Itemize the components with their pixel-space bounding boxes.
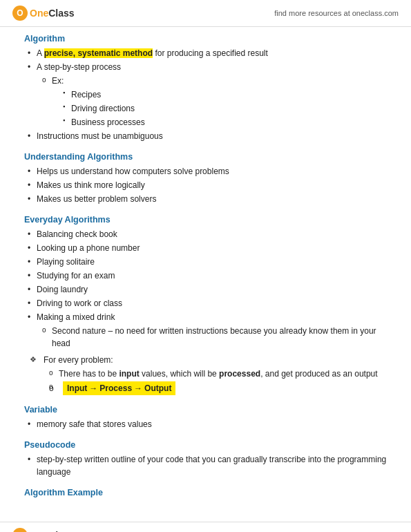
section-algorithm: Algorithm A precise, systematic method f…	[24, 34, 387, 142]
sub-list-item: Second nature – no need for written inst…	[37, 325, 387, 350]
processed-text: processed	[219, 369, 260, 379]
footer: O OneClass find more resources at onecla…	[0, 522, 411, 532]
list-item: Makes us think more logically	[24, 179, 387, 191]
list-item: Driving to work or class	[24, 297, 387, 310]
sub-sub-list-item: Recipes	[52, 88, 387, 101]
section-pseudocode: Pseudocode step-by-step written outline …	[24, 440, 387, 478]
list-item: Helps us understand how computers solve …	[24, 165, 387, 178]
main-content: Algorithm A precise, systematic method f…	[0, 27, 411, 532]
sub-sub-list-item: Driving directions	[52, 102, 387, 115]
section-everyday-algorithms: Everyday Algorithms Balancing check book…	[24, 215, 387, 395]
sub-list-item: There has to be input values, which will…	[44, 368, 387, 380]
sub-list: Ex: Recipes Driving directions Business …	[37, 75, 387, 129]
logo-text: OneClass	[30, 8, 75, 19]
section-understanding-algorithms: Understanding Algorithms Helps us unders…	[24, 152, 387, 205]
section-title-algorithm-example: Algorithm Example	[24, 488, 387, 497]
variable-list: memory safe that stores values	[24, 418, 387, 430]
pseudocode-list: step-by-step written outline of your cod…	[24, 453, 387, 478]
list-item: memory safe that stores values	[24, 418, 387, 430]
list-item: A step-by-step process Ex: Recipes Drivi…	[24, 61, 387, 129]
algorithm-list: A precise, systematic method for produci…	[24, 47, 387, 142]
arrow1: →	[89, 382, 97, 395]
for-every-problem-sub: There has to be input values, which will…	[44, 368, 387, 395]
list-item: Balancing check book	[24, 228, 387, 240]
understanding-list: Helps us understand how computers solve …	[24, 165, 387, 205]
sub-list-item-ipo: o Input → Process → Output	[44, 381, 387, 395]
for-every-problem: For every problem: There has to be input…	[24, 354, 387, 395]
list-item: Making a mixed drink Second nature – no …	[24, 311, 387, 350]
input-process-output-box: Input → Process → Output	[63, 381, 175, 395]
logo: O OneClass	[12, 6, 75, 21]
list-item: A precise, systematic method for produci…	[24, 47, 387, 59]
section-title-understanding: Understanding Algorithms	[24, 152, 387, 162]
sub-sub-list: Recipes Driving directions Business proc…	[52, 88, 387, 129]
section-title-algorithm: Algorithm	[24, 34, 387, 44]
section-title-everyday: Everyday Algorithms	[24, 215, 387, 225]
list-item: step-by-step written outline of your cod…	[24, 453, 387, 478]
section-title-pseudocode: Pseudocode	[24, 440, 387, 450]
list-item: Looking up a phone number	[24, 242, 387, 254]
sub-sub-list-item: Business processes	[52, 116, 387, 129]
output-label: Output	[144, 382, 171, 395]
input-text: input	[119, 369, 139, 379]
footer-logo: O OneClass	[12, 528, 75, 532]
sub-list-item: Ex: Recipes Driving directions Business …	[37, 75, 387, 129]
process-label: Process	[99, 382, 132, 395]
everyday-list: Balancing check book Looking up a phone …	[24, 228, 387, 350]
header: O OneClass find more resources at onecla…	[0, 0, 411, 27]
section-variable: Variable memory safe that stores values	[24, 405, 387, 430]
arrow2: →	[134, 382, 142, 395]
highlight-precise-systematic: precise, systematic method	[44, 48, 153, 58]
list-item: Playing solitaire	[24, 256, 387, 268]
list-item: Studying for an exam	[24, 269, 387, 282]
logo-icon: O	[12, 6, 28, 21]
list-item: Makes us better problem solvers	[24, 193, 387, 205]
mixed-drink-sub: Second nature – no need for written inst…	[37, 325, 387, 350]
input-label: Input	[67, 382, 87, 395]
list-item: Doing laundry	[24, 283, 387, 296]
footer-logo-icon: O	[12, 528, 28, 532]
list-item: Instructions must be unambiguous	[24, 130, 387, 142]
section-algorithm-example: Algorithm Example	[24, 488, 387, 497]
section-title-variable: Variable	[24, 405, 387, 415]
header-link: find more resources at oneclass.com	[274, 9, 399, 17]
